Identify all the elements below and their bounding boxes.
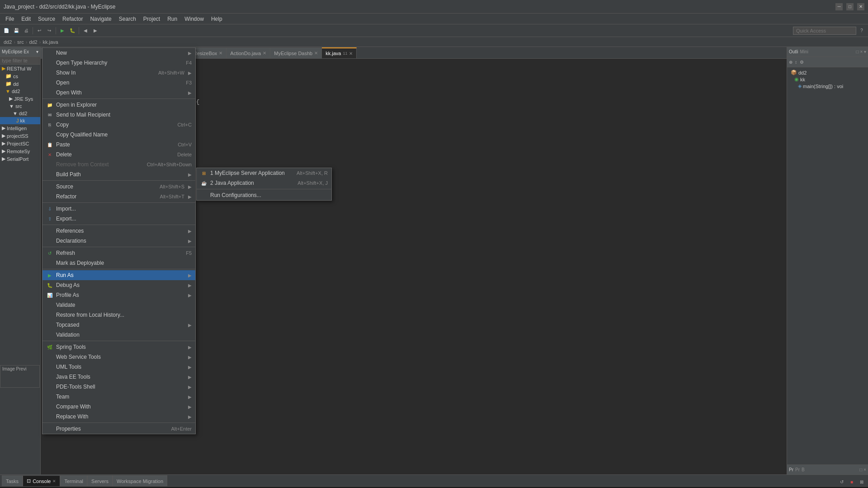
ctx-validate[interactable]: Validate (42, 300, 195, 310)
hierarchy-icon (46, 59, 53, 66)
open-with-icon (46, 89, 53, 96)
ctx-delete[interactable]: ✕ Delete Delete (42, 150, 195, 160)
ctx-copy-shortcut: Ctrl+C (178, 122, 192, 127)
ctx-import[interactable]: ⇩ Import... (42, 204, 195, 214)
compare-icon (46, 403, 53, 410)
ctx-new[interactable]: New ▶ (42, 48, 195, 58)
ctx-run-as[interactable]: ▶ Run As ▶ (42, 270, 195, 280)
team-icon (46, 393, 53, 400)
ctx-copy-qualified-label: Copy Qualified Name (56, 131, 108, 138)
ctx-debug-as[interactable]: 🐛 Debug As ▶ (42, 280, 195, 290)
copy-icon: ⎘ (46, 121, 53, 128)
topcased-icon (46, 321, 53, 328)
restore-icon (46, 311, 53, 319)
context-menu-overlay[interactable]: New ▶ Open Type Hierarchy F4 Show In Alt… (0, 0, 868, 488)
ctx-javaee-tools-label: Java EE Tools (56, 374, 90, 380)
ctx-restore-local[interactable]: Restore from Local History... (42, 310, 195, 320)
ctx-pde-arrow: ▶ (188, 385, 192, 389)
ctx-spring-arrow: ▶ (188, 345, 192, 350)
submenu-java-app[interactable]: ☕ 2 Java Application Alt+Shift+X, J (197, 178, 331, 188)
submenu-myeclipse-server[interactable]: ⊞ 1 MyEclipse Server Application Alt+Shi… (197, 168, 331, 178)
ctx-uml-arrow: ▶ (188, 365, 192, 370)
ctx-web-service[interactable]: Web Service Tools ▶ (42, 352, 195, 362)
show-in-icon (46, 69, 53, 76)
ctx-run-as-label: Run As (56, 272, 74, 278)
submenu-java-app-label: 2 Java Application (210, 180, 254, 186)
ctx-paste-label: Paste (56, 141, 70, 148)
paste-icon: 📋 (46, 141, 53, 148)
ctx-new-arrow: ▶ (188, 51, 192, 56)
validate-icon (46, 301, 53, 309)
ctx-properties-label: Properties (56, 426, 81, 432)
ctx-sep-6 (42, 269, 195, 269)
ctx-remove-context[interactable]: Remove from Context Ctrl+Alt+Shift+Down (42, 160, 195, 169)
import-icon: ⇩ (46, 205, 53, 212)
ctx-copy[interactable]: ⎘ Copy Ctrl+C (42, 120, 195, 130)
ctx-open-label: Open (56, 80, 69, 86)
ctx-profile-as[interactable]: 📊 Profile As ▶ (42, 290, 195, 300)
ctx-sep-4 (42, 225, 195, 225)
submenu-java-app-shortcut: Alt+Shift+X, J (297, 180, 328, 186)
ctx-pde-shell[interactable]: PDE-Tools Shell ▶ (42, 382, 195, 392)
ctx-declarations[interactable]: Declarations ▶ (42, 236, 195, 246)
ctx-spring-tools-label: Spring Tools (56, 344, 86, 350)
deployable-icon (46, 259, 53, 267)
ctx-refactor[interactable]: Refactor Alt+Shift+T ▶ (42, 192, 195, 202)
ctx-web-service-arrow: ▶ (188, 355, 192, 360)
ctx-restore-local-label: Restore from Local History... (56, 312, 124, 318)
ctx-paste[interactable]: 📋 Paste Ctrl+V (42, 140, 195, 150)
submenu-sep (197, 189, 331, 189)
ctx-declarations-label: Declarations (56, 238, 86, 244)
ctx-run-as-arrow: ▶ (188, 273, 192, 278)
ctx-remove-context-label: Remove from Context (56, 161, 109, 168)
ctx-references[interactable]: References ▶ (42, 226, 195, 236)
ctx-open-explorer[interactable]: 📁 Open in Explorer (42, 100, 195, 110)
submenu-runas: ⊞ 1 MyEclipse Server Application Alt+Shi… (196, 168, 332, 201)
ctx-team[interactable]: Team ▶ (42, 392, 195, 402)
submenu-myeclipse-server-shortcut: Alt+Shift+X, R (297, 170, 328, 176)
ctx-copy-qualified[interactable]: Copy Qualified Name (42, 130, 195, 140)
ctx-show-in-arrow: ▶ (188, 70, 192, 75)
new-icon (46, 49, 53, 56)
ctx-topcased[interactable]: Topcased ▶ (42, 320, 195, 330)
remove-context-icon (46, 161, 53, 168)
ctx-source-shortcut: Alt+Shift+S (160, 184, 184, 189)
ctx-remove-context-shortcut: Ctrl+Alt+Shift+Down (147, 162, 192, 167)
ctx-open-explorer-label: Open in Explorer (56, 102, 97, 108)
references-icon (46, 227, 53, 235)
ctx-sep-8 (42, 422, 195, 423)
delete-icon: ✕ (46, 151, 53, 158)
ctx-build-path[interactable]: Build Path ▶ (42, 169, 195, 179)
ctx-javaee-tools[interactable]: Java EE Tools ▶ (42, 372, 195, 382)
ctx-source[interactable]: Source Alt+Shift+S ▶ (42, 182, 195, 192)
declarations-icon (46, 237, 53, 244)
ctx-open-type-hierarchy-shortcut: F4 (186, 60, 192, 66)
ctx-properties[interactable]: Properties Alt+Enter (42, 424, 195, 434)
spring-icon: 🌿 (46, 343, 53, 351)
ctx-open-type-hierarchy[interactable]: Open Type Hierarchy F4 (42, 58, 195, 68)
ctx-replace-with-label: Replace With (56, 413, 88, 420)
ctx-mark-deployable[interactable]: Mark as Deployable (42, 258, 195, 268)
open-icon (46, 79, 53, 86)
javaee-icon (46, 373, 53, 380)
ctx-uml-tools[interactable]: UML Tools ▶ (42, 362, 195, 372)
ctx-validation[interactable]: Validation (42, 330, 195, 340)
ctx-open[interactable]: Open F3 (42, 78, 195, 88)
ctx-open-with-arrow: ▶ (188, 90, 192, 95)
submenu-run-config[interactable]: Run Configurations... (197, 190, 331, 200)
mail-icon: ✉ (46, 111, 53, 118)
ctx-delete-label: Delete (56, 151, 72, 158)
ctx-show-in-shortcut: Alt+Shift+W (158, 70, 184, 75)
ctx-send-mail[interactable]: ✉ Send to Mail Recipient (42, 110, 195, 120)
ctx-profile-as-arrow: ▶ (188, 293, 192, 298)
ctx-declarations-arrow: ▶ (188, 239, 192, 244)
ctx-replace-with[interactable]: Replace With ▶ (42, 412, 195, 422)
ctx-spring-tools[interactable]: 🌿 Spring Tools ▶ (42, 342, 195, 352)
ctx-refresh[interactable]: ↺ Refresh F5 (42, 248, 195, 258)
ctx-references-arrow: ▶ (188, 229, 192, 234)
ctx-compare-with[interactable]: Compare With ▶ (42, 402, 195, 412)
ctx-source-label: Source (56, 183, 73, 190)
ctx-export[interactable]: ⇧ Export... (42, 214, 195, 224)
ctx-open-with[interactable]: Open With ▶ (42, 88, 195, 98)
ctx-show-in[interactable]: Show In Alt+Shift+W ▶ (42, 68, 195, 78)
